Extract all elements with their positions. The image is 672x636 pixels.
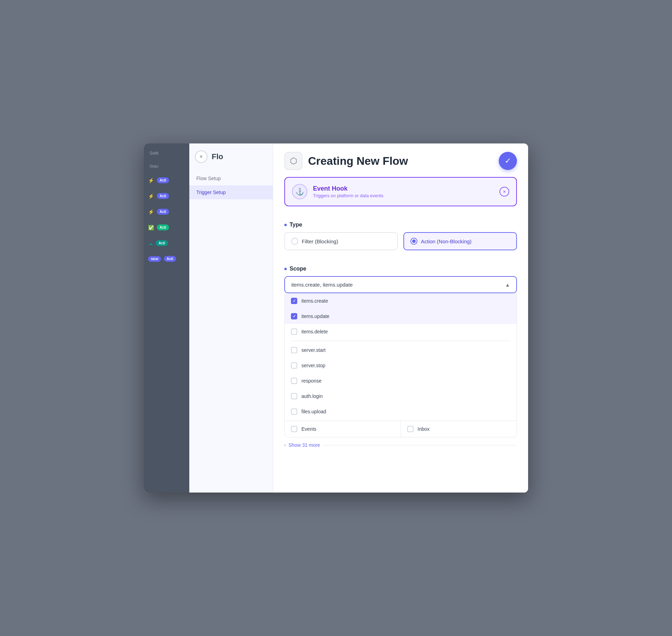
bg-status-label: Statu — [144, 164, 189, 168]
sidebar: × Flo Flow Setup Trigger Setup — [189, 143, 273, 493]
bg-item-5: ☁ Acti — [144, 238, 189, 248]
required-dot-scope — [284, 268, 287, 270]
checkbox-items-create — [291, 298, 297, 304]
type-option-action[interactable]: Action (Non-Blocking) — [403, 232, 517, 250]
sidebar-item-flow-setup[interactable]: Flow Setup — [189, 171, 273, 185]
sidebar-title: Flo — [212, 152, 223, 161]
lightning-icon-3: ⚡ — [148, 209, 154, 215]
event-hook-close-button[interactable]: × — [499, 187, 509, 197]
checkbox-server-stop — [291, 362, 297, 369]
close-icon: × — [503, 189, 506, 194]
bg-item-6: NEW Acti — [144, 254, 189, 264]
scope-item-files-upload[interactable]: files.upload — [285, 404, 517, 419]
scope-item-events[interactable]: Events — [285, 421, 401, 437]
close-btn-area: × Flo — [189, 143, 273, 169]
chevron-right-icon: › — [284, 443, 286, 448]
scope-item-server-stop[interactable]: server.stop — [285, 358, 517, 373]
close-button[interactable]: × — [195, 150, 207, 163]
event-hook-subtitle: Triggers on platform or data events — [313, 193, 384, 198]
scope-divider — [291, 341, 510, 341]
close-icon: × — [199, 154, 203, 160]
check-icon-4: ✅ — [148, 225, 154, 230]
type-section-label: Type — [284, 222, 517, 228]
bg-item-2: ⚡ Acti — [144, 191, 189, 201]
scope-dropdown-list: items.create items.update items.delete — [284, 293, 517, 437]
scope-item-items-create[interactable]: items.create — [285, 293, 517, 309]
radio-action — [410, 238, 417, 245]
show-more-row[interactable]: › Show 31 more — [273, 437, 528, 453]
event-hook-title: Event Hook — [313, 185, 384, 192]
bg-item-1: ⚡ Acti — [144, 175, 189, 185]
main-header: ⬡ Creating New Flow ✓ — [273, 143, 528, 177]
new-badge: NEW — [148, 256, 161, 262]
chevron-up-icon: ▲ — [505, 282, 510, 288]
cube-icon: ⬡ — [290, 156, 297, 166]
sidebar-navigation: Flow Setup Trigger Setup — [189, 169, 273, 202]
event-hook-card: ⚓ Event Hook Triggers on platform or dat… — [284, 177, 517, 206]
background-panel: Setti Statu ⚡ Acti ⚡ Acti ⚡ Acti ✅ Acti … — [144, 143, 189, 493]
checkmark-icon: ✓ — [505, 156, 511, 165]
confirm-button[interactable]: ✓ — [499, 152, 517, 170]
show-more-label: Show 31 more — [288, 442, 320, 448]
bg-badge-1: Acti — [157, 177, 169, 183]
cloud-icon-5: ☁ — [148, 241, 153, 246]
main-content: ⬡ Creating New Flow ✓ ⚓ Event Hook Trigg… — [273, 143, 528, 493]
bg-badge-5: Acti — [156, 240, 168, 246]
scope-container: items.create, items.update ▲ items.creat… — [284, 276, 517, 437]
bg-badge-2: Acti — [157, 193, 169, 199]
bg-badge-6: Acti — [164, 256, 176, 262]
lightning-icon-2: ⚡ — [148, 193, 154, 199]
anchor-icon: ⚓ — [292, 184, 307, 199]
flow-icon: ⬡ — [284, 152, 302, 170]
scope-item-items-delete[interactable]: items.delete — [285, 324, 517, 339]
checkbox-server-start — [291, 347, 297, 353]
sidebar-item-trigger-setup[interactable]: Trigger Setup — [189, 185, 273, 199]
checkbox-items-delete — [291, 328, 297, 335]
bg-item-4: ✅ Acti — [144, 222, 189, 232]
required-dot — [284, 224, 287, 226]
show-more-divider — [323, 445, 517, 445]
scope-item-server-start[interactable]: server.start — [285, 342, 517, 358]
scope-item-items-update[interactable]: items.update — [285, 309, 517, 324]
bg-item-3: ⚡ Acti — [144, 207, 189, 217]
scope-selected-value: items.create, items.update — [291, 282, 353, 288]
scope-item-response[interactable]: response — [285, 373, 517, 389]
bg-badge-3: Acti — [157, 209, 169, 215]
event-hook-text: Event Hook Triggers on platform or data … — [313, 185, 384, 198]
type-options-row: Filter (Blocking) Action (Non-Blocking) — [284, 232, 517, 250]
radio-inner-dot — [412, 239, 416, 243]
bottom-options-row: Events Inbox — [285, 421, 517, 437]
checkbox-files-upload — [291, 408, 297, 415]
bg-settings-label: Setti — [144, 150, 189, 156]
scope-section-label: Scope — [284, 266, 517, 272]
scope-item-auth-login[interactable]: auth.login — [285, 389, 517, 404]
main-header-left: ⬡ Creating New Flow — [284, 152, 408, 170]
type-option-filter[interactable]: Filter (Blocking) — [284, 232, 398, 250]
checkbox-events — [291, 426, 297, 432]
checkbox-auth-login — [291, 393, 297, 399]
checkbox-inbox — [407, 426, 414, 432]
event-hook-left: ⚓ Event Hook Triggers on platform or dat… — [292, 184, 384, 199]
page-title: Creating New Flow — [308, 155, 408, 168]
checkbox-response — [291, 378, 297, 384]
radio-filter — [291, 238, 298, 245]
bg-badge-4: Acti — [157, 224, 169, 230]
lightning-icon-1: ⚡ — [148, 178, 154, 183]
checkbox-items-update — [291, 313, 297, 319]
scope-item-inbox[interactable]: Inbox — [401, 421, 517, 437]
scope-dropdown-trigger[interactable]: items.create, items.update ▲ — [284, 276, 517, 293]
